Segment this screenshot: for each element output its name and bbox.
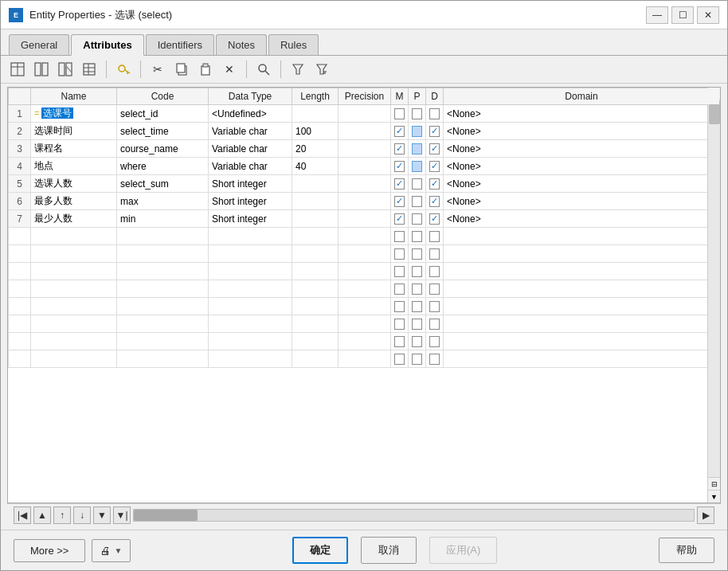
cell-dtype-2[interactable]: Variable char (209, 123, 292, 140)
cell-d-3[interactable]: ✓ (426, 140, 444, 158)
add-table-icon[interactable] (7, 59, 28, 80)
cell-domain-7[interactable]: <None> (444, 210, 720, 228)
cb-m-6[interactable]: ✓ (394, 196, 405, 207)
header-p[interactable]: P (409, 88, 426, 105)
vscrollbar[interactable]: ▲ ⊟ ▼ (707, 88, 720, 503)
copy-icon[interactable] (171, 59, 192, 80)
properties-icon[interactable] (79, 59, 100, 80)
minimize-button[interactable]: — (646, 6, 668, 24)
cell-m-4[interactable]: ✓ (391, 158, 409, 175)
cell-precision-1[interactable] (339, 105, 391, 123)
nav-first-btn[interactable]: |◀ (14, 506, 31, 524)
cb-p-3[interactable] (412, 143, 422, 154)
hscroll-right-btn[interactable]: ▶ (697, 506, 714, 524)
nav-next-page-btn[interactable]: ▼ (93, 506, 111, 524)
cell-precision-7[interactable] (339, 210, 391, 228)
cb-d-5[interactable]: ✓ (429, 178, 440, 190)
maximize-button[interactable]: ☐ (671, 6, 694, 24)
insert-col-icon[interactable] (31, 59, 52, 80)
cell-domain-1[interactable]: <None> (444, 105, 720, 123)
cb-p-7[interactable] (412, 213, 422, 225)
vscroll-down-page-btn[interactable]: ⊟ (708, 477, 720, 490)
cb-m-2[interactable]: ✓ (394, 126, 405, 137)
vscroll-down-btn[interactable]: ▼ (708, 490, 720, 503)
cell-m-1[interactable] (391, 105, 409, 123)
cell-p-2[interactable] (409, 123, 426, 140)
cell-precision-2[interactable] (339, 123, 391, 140)
cell-domain-3[interactable]: <None> (444, 140, 720, 158)
print-dropdown-arrow[interactable]: ▼ (114, 546, 122, 555)
cell-p-5[interactable] (409, 175, 426, 193)
cell-code-7[interactable]: min (117, 210, 209, 228)
cell-name-2[interactable]: 选课时间 (31, 123, 117, 140)
cell-d-6[interactable]: ✓ (426, 193, 444, 210)
cell-code-5[interactable]: select_sum (117, 175, 209, 193)
cb-m-3[interactable]: ✓ (394, 143, 405, 154)
cell-precision-6[interactable] (339, 193, 391, 210)
cancel-button[interactable]: 取消 (361, 537, 417, 564)
header-precision[interactable]: Precision (339, 88, 391, 105)
cell-m-5[interactable]: ✓ (391, 175, 409, 193)
help-button[interactable]: 帮助 (659, 538, 714, 563)
nav-prev-page-btn[interactable]: ▲ (33, 506, 51, 524)
cell-m-2[interactable]: ✓ (391, 123, 409, 140)
cell-dtype-7[interactable]: Short integer (209, 210, 292, 228)
cell-m-3[interactable]: ✓ (391, 140, 409, 158)
tab-identifiers[interactable]: Identifiers (146, 34, 214, 55)
cut-icon[interactable]: ✂ (147, 59, 168, 80)
cell-length-3[interactable]: 20 (292, 140, 339, 158)
header-length[interactable]: Length (292, 88, 339, 105)
cell-name-1[interactable]: = 选课号 (31, 105, 117, 123)
cell-precision-3[interactable] (339, 140, 391, 158)
print-button[interactable]: 🖨 ▼ (92, 539, 131, 562)
cell-p-6[interactable] (409, 193, 426, 210)
hscroll-thumb[interactable] (134, 510, 198, 521)
cell-dtype-1[interactable]: <Undefined> (209, 105, 292, 123)
cell-d-4[interactable]: ✓ (426, 158, 444, 175)
nav-prev-btn[interactable]: ↑ (53, 506, 71, 524)
cell-p-7[interactable] (409, 210, 426, 228)
cell-length-4[interactable]: 40 (292, 158, 339, 175)
cell-precision-4[interactable] (339, 158, 391, 175)
cell-precision-5[interactable] (339, 175, 391, 193)
cell-d-7[interactable]: ✓ (426, 210, 444, 228)
cb-p-6[interactable] (412, 196, 422, 207)
cell-code-3[interactable]: course_name (117, 140, 209, 158)
cb-p-5[interactable] (412, 178, 422, 190)
cell-code-2[interactable]: select_time (117, 123, 209, 140)
cb-d-3[interactable]: ✓ (429, 143, 440, 154)
cell-name-6[interactable]: 最多人数 (31, 193, 117, 210)
cell-dtype-3[interactable]: Variable char (209, 140, 292, 158)
cell-p-3[interactable] (409, 140, 426, 158)
cell-code-1[interactable]: select_id (117, 105, 209, 123)
cb-d-1[interactable] (429, 108, 440, 119)
cell-dtype-4[interactable]: Variable char (209, 158, 292, 175)
tab-rules[interactable]: Rules (268, 34, 319, 55)
cb-m-4[interactable]: ✓ (394, 161, 405, 172)
paste-icon[interactable] (195, 59, 216, 80)
find-icon[interactable] (253, 59, 274, 80)
cell-d-5[interactable]: ✓ (426, 175, 444, 193)
cell-name-4[interactable]: 地点 (31, 158, 117, 175)
nav-last-btn[interactable]: ▼| (113, 506, 131, 524)
header-domain[interactable]: Domain (444, 88, 720, 105)
confirm-button[interactable]: 确定 (292, 537, 348, 564)
cb-p-2[interactable] (412, 126, 422, 137)
cb-d-2[interactable]: ✓ (429, 126, 440, 137)
cell-p-4[interactable] (409, 158, 426, 175)
filter-icon[interactable] (288, 59, 308, 80)
delete-col-icon[interactable] (55, 59, 76, 80)
cell-dtype-5[interactable]: Short integer (209, 175, 292, 193)
header-code[interactable]: Code (117, 88, 209, 105)
cell-length-6[interactable] (292, 193, 339, 210)
cell-code-6[interactable]: max (117, 193, 209, 210)
cb-m-1[interactable] (394, 108, 405, 119)
cell-name-5[interactable]: 选课人数 (31, 175, 117, 193)
header-d[interactable]: D (426, 88, 444, 105)
apply-button[interactable]: 应用(A) (429, 537, 497, 564)
tab-general[interactable]: General (9, 34, 69, 55)
cell-d-1[interactable] (426, 105, 444, 123)
cell-length-7[interactable] (292, 210, 339, 228)
cb-m-5[interactable]: ✓ (394, 178, 405, 190)
cell-domain-4[interactable]: <None> (444, 158, 720, 175)
